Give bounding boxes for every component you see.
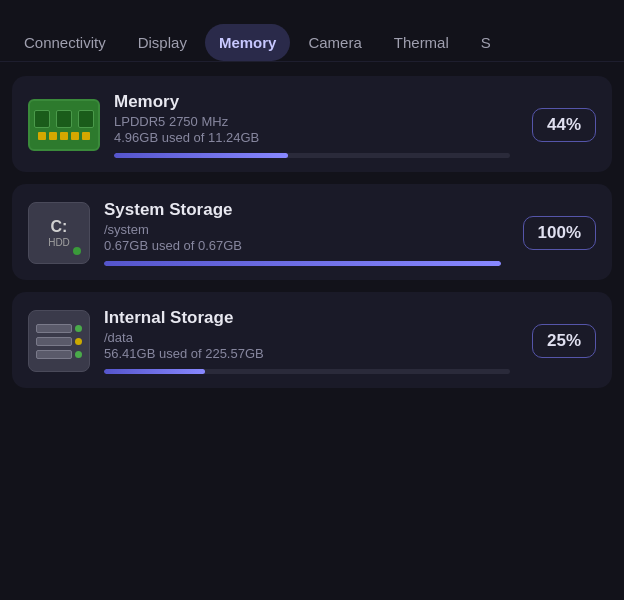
card-ram: Memory LPDDR5 2750 MHz 4.96GB used of 11… <box>12 76 612 172</box>
card-content-system-storage: System Storage /system 0.67GB used of 0.… <box>104 200 501 266</box>
progress-bar-bg <box>114 153 510 158</box>
progress-bar-bg <box>104 261 501 266</box>
card-content-internal-storage: Internal Storage /data 56.41GB used of 2… <box>104 308 510 374</box>
tab-thermal[interactable]: Thermal <box>380 24 463 61</box>
pct-badge: 100% <box>523 216 596 250</box>
tab-s[interactable]: S <box>467 24 505 61</box>
card-usage: 56.41GB used of 225.57GB <box>104 346 510 361</box>
storage-icon <box>28 310 90 372</box>
card-title: Memory <box>114 92 510 112</box>
card-usage: 4.96GB used of 11.24GB <box>114 130 510 145</box>
tab-camera[interactable]: Camera <box>294 24 375 61</box>
tab-display[interactable]: Display <box>124 24 201 61</box>
app-header <box>0 0 624 24</box>
pct-badge: 25% <box>532 324 596 358</box>
card-subtitle: /system <box>104 222 501 237</box>
pct-badge: 44% <box>532 108 596 142</box>
card-title: System Storage <box>104 200 501 220</box>
progress-bar-bg <box>104 369 510 374</box>
card-title: Internal Storage <box>104 308 510 328</box>
cards-container: Memory LPDDR5 2750 MHz 4.96GB used of 11… <box>0 62 624 402</box>
card-subtitle: LPDDR5 2750 MHz <box>114 114 510 129</box>
card-content-ram: Memory LPDDR5 2750 MHz 4.96GB used of 11… <box>114 92 510 158</box>
card-subtitle: /data <box>104 330 510 345</box>
card-system-storage: C: HDD System Storage /system 0.67GB use… <box>12 184 612 280</box>
card-usage: 0.67GB used of 0.67GB <box>104 238 501 253</box>
tab-bar: ConnectivityDisplayMemoryCameraThermalS <box>0 24 624 62</box>
progress-bar-fill <box>104 261 501 266</box>
tab-connectivity[interactable]: Connectivity <box>10 24 120 61</box>
hdd-icon: C: HDD <box>28 202 90 264</box>
tab-memory[interactable]: Memory <box>205 24 291 61</box>
progress-bar-fill <box>104 369 205 374</box>
progress-bar-fill <box>114 153 288 158</box>
ram-icon <box>28 99 100 151</box>
card-internal-storage: Internal Storage /data 56.41GB used of 2… <box>12 292 612 388</box>
